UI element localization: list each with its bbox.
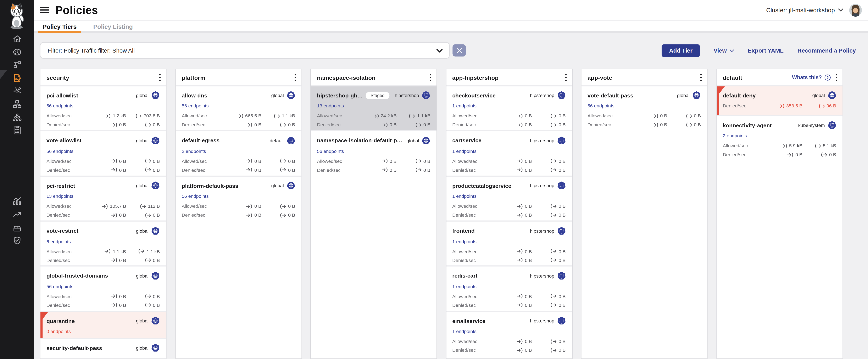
metric-label: Allowed/sec xyxy=(452,203,477,209)
sidebar-item-hierarchy[interactable] xyxy=(12,99,22,109)
sidebar-item-service-graph[interactable] xyxy=(12,60,22,70)
endpoints-link[interactable]: 1 endpoints xyxy=(452,283,476,289)
kebab-menu-icon[interactable] xyxy=(700,73,702,81)
policy-card-checkoutservice[interactable]: checkoutservicehipstershopns1 endpointsA… xyxy=(446,85,572,130)
whats-this-link[interactable]: Whats this?? xyxy=(792,74,831,81)
metric-label: Denied/sec xyxy=(452,257,476,263)
egress-arrow-icon xyxy=(815,143,821,148)
kebab-menu-icon[interactable] xyxy=(835,73,837,81)
sidebar-item-home[interactable] xyxy=(12,34,22,44)
policy-card-vote-allowlist[interactable]: vote-allowlistglobal56 endpointsAllowed/… xyxy=(40,130,166,175)
egress-arrow-icon xyxy=(686,113,692,118)
egress-arrow-icon xyxy=(140,203,146,209)
home-icon xyxy=(12,34,22,44)
ingress-traffic-value: 0 B xyxy=(500,158,532,164)
egress-arrow-icon xyxy=(551,348,557,353)
ingress-traffic-value: 0 B xyxy=(636,122,667,128)
endpoints-link[interactable]: 1 endpoints xyxy=(452,193,476,199)
policy-name: pci-allowlist xyxy=(46,92,78,99)
filter-clear-button[interactable] xyxy=(453,44,466,57)
policy-card-konnectivity-agent[interactable]: konnectivity-agentkube-systemns2 endpoin… xyxy=(717,115,842,160)
endpoints-link[interactable]: 1 endpoints xyxy=(452,239,476,244)
policy-card-pci-allowlist[interactable]: pci-allowlistglobal56 endpointsAllowed/s… xyxy=(40,85,166,130)
endpoints-link[interactable]: 13 endpoints xyxy=(46,193,73,199)
ingress-traffic-value: 665.5 B xyxy=(230,113,261,119)
page-title: Policies xyxy=(55,3,98,16)
policy-card-global-trusted-domains[interactable]: global-trusted-domainsglobal56 endpoints… xyxy=(40,266,166,311)
endpoints-link[interactable]: 56 endpoints xyxy=(46,148,73,154)
user-avatar[interactable] xyxy=(849,3,862,16)
policy-card-namespace-isolation-default-p[interactable]: namespace-isolation-default-p…global56 e… xyxy=(311,130,436,175)
sidebar-item-trends[interactable] xyxy=(12,210,22,219)
global-scope-badge-icon xyxy=(151,316,160,326)
traffic-metric-row: Allowed/sec105.7 B112 B xyxy=(46,203,160,209)
kebab-menu-icon[interactable] xyxy=(294,73,296,81)
policy-card-quarantine[interactable]: quarantineglobal0 endpoints xyxy=(40,311,166,338)
policy-card-security-default-pass[interactable]: security-default-passglobal xyxy=(40,338,166,359)
endpoints-link[interactable]: 56 endpoints xyxy=(317,148,344,154)
egress-arrow-icon xyxy=(138,249,145,254)
policy-card-frontend[interactable]: frontendhipstershopns1 endpointsAllowed/… xyxy=(446,220,572,266)
policy-card-default-deny[interactable]: default-denyglobalDenied/sec353.5 B96 B xyxy=(717,85,842,115)
sidebar-item-flow-visualizer[interactable] xyxy=(12,86,22,96)
endpoints-link[interactable]: 2 endpoints xyxy=(182,148,206,154)
endpoints-link[interactable]: 56 endpoints xyxy=(588,103,615,109)
sidebar-item-clusters[interactable] xyxy=(12,112,22,122)
ingress-arrow-icon xyxy=(517,203,523,209)
kebab-menu-icon[interactable] xyxy=(564,73,567,81)
endpoints-link[interactable]: 13 endpoints xyxy=(317,103,344,109)
sidebar-item-dashboard[interactable] xyxy=(12,47,22,57)
cluster-selector[interactable]: Cluster: jlt-msft-workshop xyxy=(766,7,843,13)
sidebar-item-policies[interactable] xyxy=(12,73,22,83)
policy-card-allow-dns[interactable]: allow-dnsglobal56 endpointsAllowed/sec66… xyxy=(176,85,301,130)
traffic-metric-row: Denied/sec0 B0 B xyxy=(46,167,160,173)
policy-traffic-filter-dropdown[interactable]: Filter: Policy Traffic filter: Show All xyxy=(40,42,450,59)
policy-card-pci-restrict[interactable]: pci-restrictglobal13 endpointsAllowed/se… xyxy=(40,175,166,220)
ingress-traffic-value: 0 B xyxy=(500,348,532,353)
svg-text:ns: ns xyxy=(561,187,562,189)
policy-card-redis-cart[interactable]: redis-carthipstershopns1 endpointsAllowe… xyxy=(446,266,572,311)
endpoints-link[interactable]: 1 endpoints xyxy=(452,103,476,109)
endpoints-link[interactable]: 6 endpoints xyxy=(46,239,71,244)
sidebar-item-inventory[interactable] xyxy=(12,222,22,232)
endpoints-link[interactable]: 1 endpoints xyxy=(452,148,476,154)
endpoints-link[interactable]: 56 endpoints xyxy=(182,103,209,109)
policy-name: emailservice xyxy=(452,318,486,324)
policy-card-productcatalogservice[interactable]: productcatalogservicehipstershopns1 endp… xyxy=(446,175,572,220)
traffic-metric-row: Allowed/sec0 B0 B xyxy=(452,203,566,209)
sidebar-item-threat-defense[interactable] xyxy=(12,236,22,246)
ingress-arrow-icon xyxy=(246,159,252,164)
policy-name: konnectivity-agent xyxy=(723,122,772,129)
tab-policy-tiers[interactable]: Policy Tiers xyxy=(38,21,81,33)
egress-arrow-icon xyxy=(415,167,421,172)
sidebar-item-statistics[interactable] xyxy=(12,196,22,206)
policy-card-cartservice[interactable]: cartservicehipstershopns1 endpointsAllow… xyxy=(446,130,572,175)
export-yaml-button[interactable]: Export YAML xyxy=(748,47,783,54)
kebab-menu-icon[interactable] xyxy=(159,73,161,81)
hamburger-menu-icon[interactable] xyxy=(40,6,49,14)
endpoints-link[interactable]: 56 endpoints xyxy=(46,283,73,289)
policy-card-vote-restrict[interactable]: vote-restrictglobal6 endpointsAllowed/se… xyxy=(40,220,166,266)
policy-scope: hipstershop xyxy=(530,228,554,233)
policy-card-platform-default-pass[interactable]: platform-default-passglobal56 endpointsA… xyxy=(176,175,301,220)
endpoints-link[interactable]: 56 endpoints xyxy=(46,103,73,109)
global-scope-badge-icon xyxy=(422,136,431,145)
ingress-arrow-icon xyxy=(517,159,523,164)
endpoints-link[interactable]: 0 endpoints xyxy=(46,329,71,334)
policy-name: global-trusted-domains xyxy=(46,273,108,279)
view-menu-button[interactable]: View xyxy=(714,47,734,54)
policy-card-vote-default-pass[interactable]: vote-default-passglobal56 endpointsAllow… xyxy=(582,85,707,130)
sidebar-item-compliance-reports[interactable] xyxy=(12,125,22,135)
ingress-arrow-icon xyxy=(517,249,523,254)
kebab-menu-icon[interactable] xyxy=(429,73,432,81)
tab-policy-listing[interactable]: Policy Listing xyxy=(89,21,137,33)
endpoints-link[interactable]: 2 endpoints xyxy=(723,133,747,139)
staged-badge: Staged xyxy=(366,92,390,99)
policy-card-emailservice[interactable]: emailservicehipstershopns1 endpointsAllo… xyxy=(446,311,572,356)
policy-card-default-egress[interactable]: default-egressdefaultns2 endpointsAllowe… xyxy=(176,130,301,175)
recommend-policy-button[interactable]: Recommend a Policy xyxy=(798,47,856,54)
policy-card-hipstershop-gh[interactable]: hipstershop-gh…Stagedhipstershopns13 end… xyxy=(311,85,436,130)
endpoints-link[interactable]: 1 endpoints xyxy=(452,329,476,334)
add-tier-button[interactable]: Add Tier xyxy=(662,44,700,57)
endpoints-link[interactable]: 56 endpoints xyxy=(182,193,209,199)
